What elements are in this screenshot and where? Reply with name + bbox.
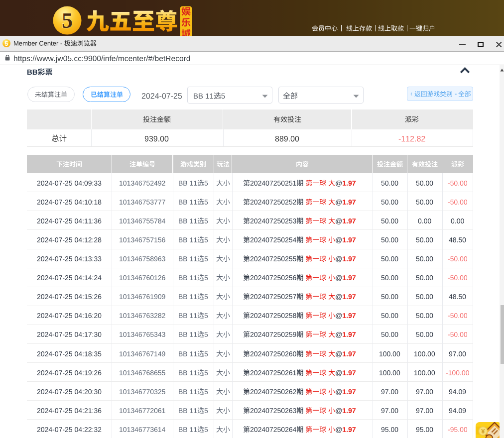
- svg-text:¥: ¥: [481, 428, 485, 435]
- svg-text:5: 5: [5, 40, 8, 47]
- svg-text:5: 5: [62, 8, 73, 33]
